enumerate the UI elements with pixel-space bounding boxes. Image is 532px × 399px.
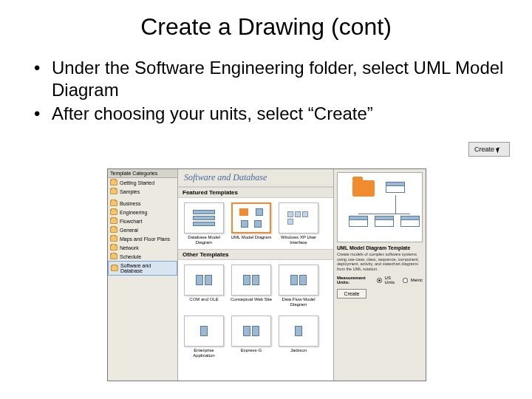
template-uml-model[interactable]: UML Model Diagram — [230, 202, 273, 245]
bullet-item: Under the Software Engineering folder, s… — [52, 57, 505, 101]
template-thumb — [279, 202, 318, 233]
template-label: Enterprise Application — [183, 348, 225, 358]
template-label: Jackson — [290, 348, 307, 353]
template-label: Database Model Diagram — [183, 235, 225, 245]
bullet-item: After choosing your units, select “Creat… — [52, 103, 505, 125]
gallery-header: Software and Database — [178, 169, 333, 187]
radio-us-units[interactable] — [377, 278, 381, 283]
template-gallery: Software and Database Featured Templates… — [178, 169, 333, 381]
radio-metric-label: Metric — [411, 278, 423, 282]
uml-class-icon — [349, 216, 368, 227]
create-button-callout: Create — [468, 142, 510, 157]
sidebar-label: Samples — [120, 189, 140, 194]
featured-section-label: Featured Templates — [178, 187, 333, 198]
sidebar-item-network[interactable]: Network — [108, 243, 177, 252]
preview-title: UML Model Diagram Template — [337, 245, 423, 250]
units-label: Measurement Units: — [337, 276, 374, 284]
sidebar-label: Schedule — [120, 254, 141, 259]
sidebar-label: Network — [120, 245, 139, 250]
visio-new-drawing-screenshot: Template Categories Getting Started Samp… — [107, 168, 426, 381]
cursor-icon — [496, 146, 505, 153]
bullet-list: Under the Software Engineering folder, s… — [0, 57, 532, 125]
template-winxp-ui[interactable]: Windows XP User Interface — [277, 202, 320, 245]
sidebar-item-business[interactable]: Business — [108, 199, 177, 208]
create-button[interactable]: Create — [337, 289, 366, 299]
template-categories-sidebar: Template Categories Getting Started Samp… — [108, 169, 178, 381]
template-thumb — [184, 202, 224, 233]
folder-icon — [110, 180, 117, 185]
measurement-units-row: Measurement Units: US Units Metric — [337, 276, 423, 284]
template-express-g[interactable]: Express-G — [230, 316, 273, 358]
uml-class-icon — [375, 216, 394, 227]
template-label: Data Flow Model Diagram — [277, 297, 320, 307]
folder-icon — [111, 265, 118, 271]
template-label: UML Model Diagram — [231, 235, 272, 240]
sidebar-label: Flowchart — [120, 219, 142, 224]
folder-icon — [110, 236, 117, 242]
other-section-label: Other Templates — [178, 249, 333, 260]
sidebar-label: Engineering — [120, 210, 147, 215]
preview-image — [337, 172, 423, 242]
folder-icon — [110, 209, 117, 215]
sidebar-item-engineering[interactable]: Engineering — [108, 208, 177, 216]
template-dataflow[interactable]: Data Flow Model Diagram — [277, 265, 320, 307]
template-thumb — [231, 265, 271, 296]
folder-icon — [110, 200, 117, 206]
sidebar-item-samples[interactable]: Samples — [108, 187, 177, 196]
template-label: Windows XP User Interface — [277, 235, 320, 245]
folder-icon — [110, 218, 117, 224]
folder-icon — [110, 188, 117, 194]
template-com-ole[interactable]: COM and OLE — [183, 265, 225, 307]
radio-metric[interactable] — [403, 278, 407, 283]
uml-package-icon — [352, 180, 375, 197]
sidebar-item-software-database[interactable]: Software and Database — [108, 261, 177, 276]
featured-row: Database Model Diagram UML Model Diagram… — [178, 198, 333, 249]
uml-class-icon — [400, 216, 420, 227]
sidebar-label: General — [120, 228, 138, 233]
template-thumb — [184, 265, 224, 296]
template-label: COM and OLE — [189, 297, 218, 302]
other-row-2: Enterprise Application Express-G Jackson — [178, 311, 333, 362]
template-thumb — [279, 316, 318, 347]
template-label: Conceptual Web Site — [231, 297, 272, 302]
radio-us-label: US Units — [385, 276, 400, 284]
create-button-label: Create — [474, 146, 494, 153]
template-thumb — [279, 265, 318, 296]
sidebar-item-getting-started[interactable]: Getting Started — [108, 178, 177, 187]
sidebar-item-general[interactable]: General — [108, 225, 177, 234]
slide-title: Create a Drawing (cont) — [0, 0, 532, 57]
sidebar-header: Template Categories — [108, 169, 177, 178]
template-jackson[interactable]: Jackson — [277, 316, 320, 358]
template-thumb — [231, 202, 271, 233]
template-label: Express-G — [241, 348, 262, 353]
template-thumb — [231, 316, 271, 347]
sidebar-label: Maps and Floor Plans — [120, 236, 170, 242]
sidebar-item-maps[interactable]: Maps and Floor Plans — [108, 234, 177, 243]
template-enterprise-app[interactable]: Enterprise Application — [183, 316, 225, 358]
uml-class-icon — [386, 182, 405, 193]
other-row-1: COM and OLE Conceptual Web Site Data Flo… — [178, 260, 333, 311]
sidebar-label: Getting Started — [120, 180, 154, 185]
sidebar-item-flowchart[interactable]: Flowchart — [108, 216, 177, 225]
sidebar-label: Business — [120, 201, 140, 206]
preview-panel: ✕ UML Model Diagram Template Create mode… — [333, 169, 426, 381]
folder-icon — [110, 245, 117, 250]
template-conceptual-web[interactable]: Conceptual Web Site — [230, 265, 273, 307]
folder-icon — [110, 253, 117, 259]
template-thumb — [184, 316, 224, 347]
template-database-model[interactable]: Database Model Diagram — [183, 202, 225, 245]
folder-icon — [110, 227, 117, 233]
sidebar-item-schedule[interactable]: Schedule — [108, 252, 177, 261]
preview-description: Create models of complex software system… — [337, 252, 423, 271]
sidebar-label: Software and Database — [120, 263, 174, 273]
